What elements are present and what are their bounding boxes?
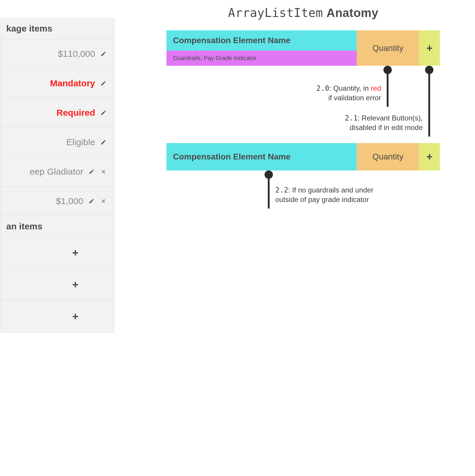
annotation-pin: 2.0: Quantity, in red if validation erro… (383, 66, 392, 107)
sidebar-section-header-2: an items (0, 216, 114, 237)
package-item-row: Required (0, 98, 114, 128)
name-column: Compensation Element Name Guardrails, Pa… (166, 30, 357, 66)
annotation-pin: 2.2: If no guardrails and under outside … (265, 170, 273, 209)
add-button[interactable]: + (72, 310, 78, 323)
pin-line (387, 74, 389, 107)
red-text: red (371, 84, 381, 92)
add-button[interactable]: + (72, 278, 78, 291)
element-name-region: Compensation Element Name (166, 30, 357, 51)
guardrails-region: Guardrails, Pay Grade Indicator (166, 51, 357, 66)
edit-icon[interactable] (100, 80, 107, 87)
annotation-pins-2: 2.2: If no guardrails and under outside … (166, 170, 440, 224)
package-item-row: $110,000 (0, 39, 114, 69)
edit-icon[interactable] (100, 139, 107, 146)
action-button-region: + (419, 30, 440, 66)
quantity-region: Quantity (357, 143, 419, 170)
item-value: $1,000 (56, 196, 83, 206)
item-value: Required (56, 108, 95, 118)
element-name-region: Compensation Element Name (166, 143, 357, 170)
sidebar-panel: kage items $110,000 Mandatory Required E… (0, 18, 114, 333)
add-item-row: + (0, 237, 114, 269)
title-mono: ArrayListItem (228, 6, 323, 20)
add-item-row: + (0, 269, 114, 301)
item-value: eep Gladiator (30, 167, 83, 177)
edit-icon[interactable] (100, 109, 107, 116)
pin-dot-icon (383, 66, 392, 74)
item-value: $110,000 (58, 49, 95, 59)
quantity-region: Quantity (357, 30, 419, 66)
annotation-label: 2.2: If no guardrails and under outside … (275, 185, 373, 205)
annotation-number: 2.2 (275, 186, 288, 194)
action-button-region: + (419, 143, 440, 170)
pin-line (428, 74, 430, 137)
annotation-label: 2.1: Relevant Button(s), disabled if in … (345, 113, 423, 133)
annotation-number: 2.1 (345, 114, 358, 122)
pin-dot-icon (425, 66, 433, 74)
remove-icon[interactable] (100, 168, 107, 175)
anatomy-title: ArrayListItem Anatomy (166, 6, 440, 20)
annotation-pins-1: 2.0: Quantity, in red if validation erro… (166, 66, 440, 143)
anatomy-diagram: ArrayListItem Anatomy Compensation Eleme… (166, 6, 440, 224)
item-value: Mandatory (50, 78, 95, 88)
sidebar-section-header-1: kage items (0, 18, 114, 39)
annotation-number: 2.0 (316, 84, 329, 93)
item-value: Eligible (66, 137, 95, 147)
edit-icon[interactable] (100, 50, 107, 57)
anatomy-block-no-guardrails: Compensation Element Name Quantity + (166, 143, 440, 170)
pin-dot-icon (265, 170, 273, 179)
package-item-row: Mandatory (0, 69, 114, 98)
anatomy-block-with-guardrails: Compensation Element Name Guardrails, Pa… (166, 30, 440, 66)
annotation-pin: 2.1: Relevant Button(s), disabled if in … (425, 66, 433, 137)
edit-icon[interactable] (88, 198, 95, 205)
add-item-row: + (0, 301, 114, 332)
annotation-label: 2.0: Quantity, in red if validation erro… (316, 84, 381, 103)
package-item-row: $1,000 (0, 187, 114, 216)
add-button[interactable]: + (72, 247, 78, 259)
edit-icon[interactable] (88, 168, 95, 175)
package-item-row: eep Gladiator (0, 157, 114, 187)
package-item-row: Eligible (0, 128, 114, 157)
pin-line (268, 179, 270, 209)
remove-icon[interactable] (100, 198, 107, 205)
title-bold: Anatomy (326, 6, 378, 19)
